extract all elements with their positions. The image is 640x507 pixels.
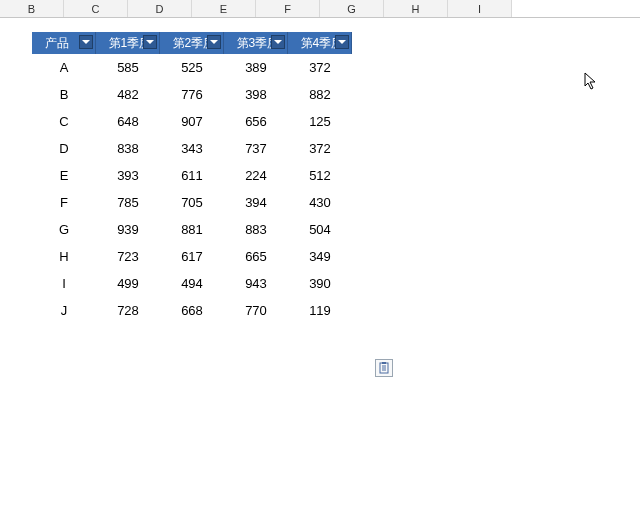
filter-button[interactable]	[271, 35, 285, 49]
col-F[interactable]: F	[256, 0, 320, 17]
cell-q1[interactable]: 482	[96, 81, 160, 108]
spreadsheet-grid[interactable]: 产品 第1季度 第2季度 第3季度 第4季度	[0, 32, 640, 324]
filter-button[interactable]	[335, 35, 349, 49]
cell-q4[interactable]: 504	[288, 216, 352, 243]
cell-q2[interactable]: 343	[160, 135, 224, 162]
cell-product[interactable]: C	[32, 108, 96, 135]
chevron-down-icon	[82, 38, 90, 46]
cell-product[interactable]: J	[32, 297, 96, 324]
cell-q1[interactable]: 648	[96, 108, 160, 135]
cell-q3[interactable]: 398	[224, 81, 288, 108]
col-H[interactable]: H	[384, 0, 448, 17]
table-row: B 482 776 398 882	[32, 81, 640, 108]
smart-tag-button[interactable]	[375, 359, 393, 377]
cell-q2[interactable]: 668	[160, 297, 224, 324]
table-row: H 723 617 665 349	[32, 243, 640, 270]
cell-q4[interactable]: 882	[288, 81, 352, 108]
cell-q3[interactable]: 389	[224, 54, 288, 81]
table-row: J 728 668 770 119	[32, 297, 640, 324]
cell-q1[interactable]: 728	[96, 297, 160, 324]
cell-product[interactable]: D	[32, 135, 96, 162]
cell-q2[interactable]: 494	[160, 270, 224, 297]
cell-q3[interactable]: 770	[224, 297, 288, 324]
clipboard-icon	[378, 362, 390, 374]
filter-button[interactable]	[79, 35, 93, 49]
table-row: D 838 343 737 372	[32, 135, 640, 162]
chevron-down-icon	[338, 38, 346, 46]
header-product[interactable]: 产品	[32, 32, 96, 54]
cell-q3[interactable]: 883	[224, 216, 288, 243]
table-header-row: 产品 第1季度 第2季度 第3季度 第4季度	[32, 32, 640, 54]
chevron-down-icon	[210, 38, 218, 46]
cell-q2[interactable]: 705	[160, 189, 224, 216]
cell-q4[interactable]: 372	[288, 54, 352, 81]
cell-q3[interactable]: 656	[224, 108, 288, 135]
cell-product[interactable]: F	[32, 189, 96, 216]
cell-q3[interactable]: 394	[224, 189, 288, 216]
cell-q1[interactable]: 393	[96, 162, 160, 189]
table-row: A 585 525 389 372	[32, 54, 640, 81]
cell-q4[interactable]: 125	[288, 108, 352, 135]
cell-q1[interactable]: 723	[96, 243, 160, 270]
cell-q4[interactable]: 512	[288, 162, 352, 189]
table-row: C 648 907 656 125	[32, 108, 640, 135]
table-row: F 785 705 394 430	[32, 189, 640, 216]
chevron-down-icon	[146, 38, 154, 46]
cell-q1[interactable]: 585	[96, 54, 160, 81]
filter-button[interactable]	[207, 35, 221, 49]
cell-q2[interactable]: 611	[160, 162, 224, 189]
cell-q2[interactable]: 881	[160, 216, 224, 243]
col-E[interactable]: E	[192, 0, 256, 17]
col-C[interactable]: C	[64, 0, 128, 17]
table-row: E 393 611 224 512	[32, 162, 640, 189]
header-q1[interactable]: 第1季度	[96, 32, 160, 54]
cell-product[interactable]: H	[32, 243, 96, 270]
cell-product[interactable]: A	[32, 54, 96, 81]
col-D[interactable]: D	[128, 0, 192, 17]
cell-q3[interactable]: 943	[224, 270, 288, 297]
cell-product[interactable]: B	[32, 81, 96, 108]
cell-q2[interactable]: 617	[160, 243, 224, 270]
cell-q4[interactable]: 390	[288, 270, 352, 297]
cell-q4[interactable]: 372	[288, 135, 352, 162]
cell-q1[interactable]: 939	[96, 216, 160, 243]
table-row: G 939 881 883 504	[32, 216, 640, 243]
col-G[interactable]: G	[320, 0, 384, 17]
header-q3[interactable]: 第3季度	[224, 32, 288, 54]
cell-q2[interactable]: 776	[160, 81, 224, 108]
chevron-down-icon	[274, 38, 282, 46]
cell-q3[interactable]: 737	[224, 135, 288, 162]
col-I[interactable]: I	[448, 0, 512, 17]
table-row: I 499 494 943 390	[32, 270, 640, 297]
cell-q4[interactable]: 349	[288, 243, 352, 270]
cell-product[interactable]: G	[32, 216, 96, 243]
cell-product[interactable]: I	[32, 270, 96, 297]
cell-q2[interactable]: 907	[160, 108, 224, 135]
cell-q2[interactable]: 525	[160, 54, 224, 81]
cell-q4[interactable]: 430	[288, 189, 352, 216]
cell-q1[interactable]: 785	[96, 189, 160, 216]
cell-q3[interactable]: 224	[224, 162, 288, 189]
cell-q1[interactable]: 499	[96, 270, 160, 297]
svg-rect-1	[382, 362, 386, 364]
cell-q4[interactable]: 119	[288, 297, 352, 324]
table-body: A 585 525 389 372 B 482 776 398 882 C 64…	[32, 54, 640, 324]
cell-q3[interactable]: 665	[224, 243, 288, 270]
cell-product[interactable]: E	[32, 162, 96, 189]
col-B[interactable]: B	[0, 0, 64, 17]
cell-q1[interactable]: 838	[96, 135, 160, 162]
header-q2[interactable]: 第2季度	[160, 32, 224, 54]
filter-button[interactable]	[143, 35, 157, 49]
header-q4[interactable]: 第4季度	[288, 32, 352, 54]
column-headers: A B C D E F G H I	[0, 0, 640, 18]
